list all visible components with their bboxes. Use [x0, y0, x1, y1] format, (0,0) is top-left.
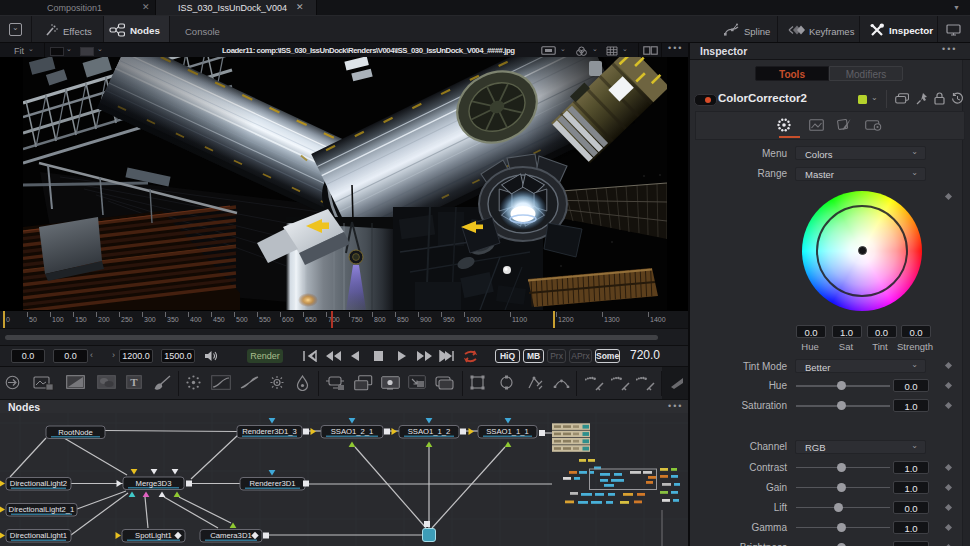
svg-text:SSAO1_1_1: SSAO1_1_1 — [486, 427, 529, 436]
svg-text:T: T — [130, 376, 138, 388]
svg-text:Merge3D3: Merge3D3 — [136, 479, 172, 488]
svg-text:Renderer3D1: Renderer3D1 — [249, 479, 295, 488]
svg-text:DirectionalLight2_1: DirectionalLight2_1 — [9, 505, 75, 514]
svg-text:SSAO1_1_2: SSAO1_1_2 — [408, 427, 451, 436]
svg-text:DirectionalLight1: DirectionalLight1 — [10, 531, 67, 540]
svg-text:DirectionalLight2: DirectionalLight2 — [10, 479, 67, 488]
svg-text:SSAO1_2_1: SSAO1_2_1 — [331, 427, 374, 436]
svg-text:Camera3D1: Camera3D1 — [210, 531, 251, 540]
svg-text:SpotLight1: SpotLight1 — [135, 531, 172, 540]
svg-text:Renderer3D1_3: Renderer3D1_3 — [242, 427, 297, 436]
svg-text:RootNode: RootNode — [58, 428, 93, 437]
